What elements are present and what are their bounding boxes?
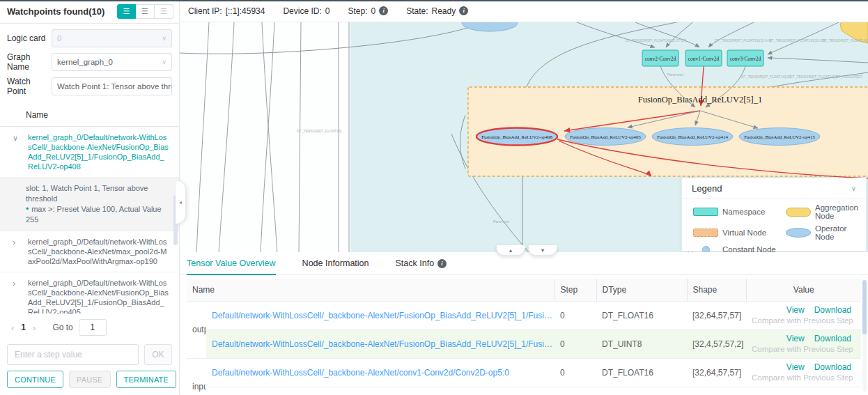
- watchpoints-sidebar: Watchpoints found(10) Logic card 0 Graph…: [0, 0, 180, 395]
- tensor-value-table: Name Step DType Shape Value output Defau…: [187, 279, 861, 395]
- table-scrollbar-thumb[interactable]: [862, 280, 867, 334]
- download-link[interactable]: Download: [814, 362, 851, 372]
- operator-node-swatch-icon: [786, 228, 811, 238]
- step-control-row: OK: [0, 341, 179, 369]
- virtual-node-swatch-icon: [693, 229, 718, 237]
- device-id-status: Device ID:0: [283, 6, 330, 16]
- svg-text:Parameter: Parameter: [493, 219, 510, 224]
- table-row-partial: ViewDownload: [187, 387, 861, 395]
- ok-button[interactable]: OK: [144, 344, 172, 365]
- svg-text:DT_TENSOR[DT_FLOAT16](3: DT_TENSOR[DT_FLOAT16](3: [790, 75, 837, 79]
- computation-graph-canvas[interactable]: conv2-Conv2d conv1-Conv2d conv3-Conv2d F…: [180, 22, 868, 252]
- list-view-button[interactable]: [117, 4, 136, 19]
- sidebar-collapse-handle[interactable]: [176, 180, 186, 224]
- chevron-right-icon: [13, 279, 15, 288]
- next-page-button[interactable]: [29, 323, 40, 333]
- legend-operator-label: Operator Node: [815, 224, 860, 241]
- watch-point-select[interactable]: Watch Point 1: Tensor above threshold: [52, 77, 172, 95]
- conv-node-group: conv2-Conv2d conv1-Conv2d conv3-Conv2d: [642, 50, 764, 66]
- legend-aggregation-label: Aggregation Node: [815, 203, 860, 220]
- legend-namespace-label: Namespace: [722, 208, 782, 216]
- tree-item-op190[interactable]: kernel_graph_0/Default/network-WithLossC…: [0, 231, 179, 272]
- chevron-down-icon: [162, 59, 166, 65]
- download-link[interactable]: Download: [814, 334, 851, 343]
- terminate-button[interactable]: TERMINATE: [116, 371, 177, 388]
- grid-view-button[interactable]: [155, 4, 173, 19]
- graph-scroll-down-button[interactable]: [528, 245, 557, 256]
- info-icon[interactable]: [379, 6, 388, 15]
- tree-item-op408[interactable]: kernel_graph_0/Default/network-WithLossC…: [0, 127, 179, 178]
- group-label-input: input: [187, 358, 206, 395]
- compact-view-icon: [141, 7, 148, 16]
- logic-card-select[interactable]: 0: [52, 29, 172, 47]
- compact-view-button[interactable]: [136, 4, 155, 19]
- window-top-edge: [0, 0, 868, 1]
- namespace-swatch-icon: [693, 208, 718, 216]
- view-link[interactable]: View: [786, 362, 805, 372]
- shape-cell: [32,64,57,57]: [687, 358, 746, 387]
- debug-action-buttons: CONTINUE PAUSE TERMINATE: [0, 369, 179, 395]
- chevron-down-icon: [162, 35, 166, 42]
- svg-text:DT_TENSOR[DT_FLOAT16](32-3-3): DT_TENSOR[DT_FLOAT16](32-3-3): [769, 38, 826, 42]
- shape-cell: [32,4,57,57,2]: [687, 330, 746, 358]
- collapse-left-icon: [179, 199, 182, 206]
- svg-text:DT_TENSOR[DT_FLOAT16](32-27-27: DT_TENSOR[DT_FLOAT16](32-27-27): [626, 38, 686, 42]
- prev-page-button[interactable]: [7, 323, 18, 333]
- view-link[interactable]: View: [786, 334, 805, 343]
- continue-button[interactable]: CONTINUE: [7, 371, 63, 388]
- op405-label: FusionOp_BiasAdd_ReLUV2-op405: [570, 134, 641, 139]
- aggregation-node-swatch-icon: [786, 208, 811, 217]
- step-cell: 0: [555, 330, 596, 358]
- page-number[interactable]: 1: [18, 323, 29, 332]
- graph-name-select[interactable]: kernel_graph_0: [52, 53, 172, 71]
- conv1-label: conv1-Conv2d: [688, 56, 720, 62]
- pause-button[interactable]: PAUSE: [69, 371, 110, 388]
- watch-point-label: Watch Point: [7, 77, 52, 96]
- step-status: Step:0: [348, 6, 388, 16]
- tab-node-information[interactable]: Node Information: [302, 258, 369, 274]
- compare-previous-step-link[interactable]: Compare with Previous Step: [752, 344, 851, 355]
- tab-tensor-value-overview[interactable]: Tensor Value Overview: [187, 258, 276, 274]
- scroll-down-icon: [541, 248, 545, 253]
- view-link[interactable]: View: [786, 305, 805, 315]
- svg-text:DT_TENSOR[DT: DT_TENSOR[DT: [836, 75, 862, 79]
- table-header-row: Name Step DType Shape Value: [187, 279, 861, 301]
- info-icon: [437, 259, 447, 268]
- grid-view-icon: [160, 7, 167, 16]
- goto-page-input[interactable]: [79, 319, 107, 336]
- tree-item-op405[interactable]: kernel_graph_0/Default/network-WithLossC…: [0, 272, 179, 313]
- graph-legend: Legend Namespace Aggregation Node Virtua…: [681, 178, 867, 251]
- dtype-cell: [596, 387, 687, 395]
- graph-name-label: Graph Name: [7, 52, 52, 72]
- tensor-name-link[interactable]: Default/network-WithLossCell/_backbone-A…: [212, 339, 555, 349]
- list-view-icon: [123, 7, 130, 16]
- bullet-icon: •: [26, 204, 29, 214]
- compare-previous-step-link[interactable]: Compare with Previous Step: [752, 316, 851, 326]
- col-header-step: Step: [555, 279, 596, 301]
- tab-stack-info[interactable]: Stack Info: [396, 258, 447, 274]
- tensor-panel-tabs: Tensor Value Overview Node Information S…: [180, 252, 868, 275]
- sidebar-header: Watchpoints found(10): [0, 0, 179, 24]
- namespace-title[interactable]: FusionOp_BiasAdd_ReLUV2[5]_1: [638, 95, 762, 104]
- tensor-panel: Tensor Value Overview Node Information S…: [180, 252, 868, 395]
- col-header-value: Value: [746, 279, 861, 301]
- chevron-down-icon[interactable]: [851, 185, 856, 192]
- step-value-input[interactable]: [7, 344, 139, 365]
- graph-scroll-up-button[interactable]: [496, 245, 525, 256]
- tensor-name-link[interactable]: Default/network-WithLossCell/_backbone-A…: [212, 311, 555, 320]
- dtype-cell: DT_UINT8: [596, 330, 687, 358]
- download-link[interactable]: Download: [814, 305, 851, 315]
- chevron-down-icon: [13, 133, 18, 143]
- step-cell: 0: [555, 301, 596, 330]
- watchpoint-hit-detail[interactable]: slot: 1, Watch Point 1, Tensor above thr…: [0, 178, 179, 231]
- info-icon[interactable]: [459, 6, 468, 15]
- legend-title: Legend: [692, 183, 722, 194]
- compare-previous-step-link[interactable]: Compare with Previous Step: [752, 373, 851, 383]
- legend-virtual-label: Virtual Node: [722, 229, 782, 237]
- op408-label: FusionOp_BiasAdd_ReLUV2-op408: [481, 134, 552, 139]
- tensor-name-link[interactable]: Default/network-WithLossCell/_backbone-A…: [212, 368, 555, 378]
- table-row: input Default/network-WithLossCell/_back…: [187, 358, 861, 387]
- col-header-dtype: DType: [596, 279, 687, 301]
- table-scrollbar[interactable]: [862, 280, 867, 392]
- conv3-label: conv3-Conv2d: [730, 56, 761, 62]
